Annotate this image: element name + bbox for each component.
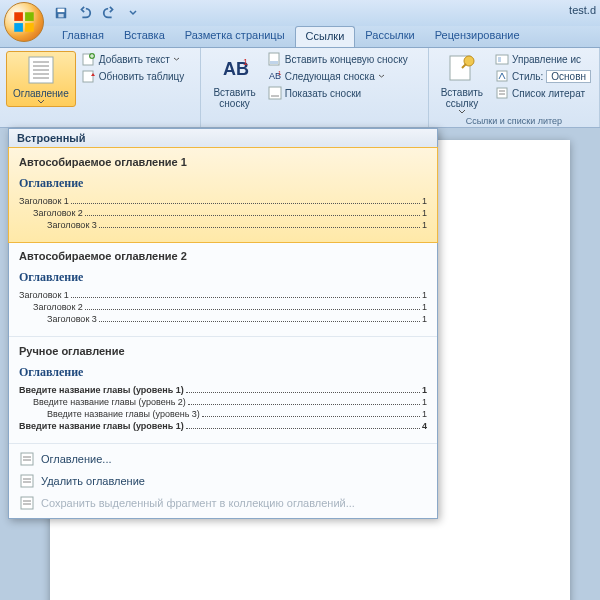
toc-gallery-item[interactable]: Автособираемое оглавление 2ОглавлениеЗаг… (9, 242, 437, 337)
style-label: Стиль: (512, 71, 543, 82)
next-footnote-label: Следующая сноска (285, 71, 375, 82)
toc-gallery-dropdown: Встроенный Автособираемое оглавление 1Ог… (8, 128, 438, 519)
update-table-label: Обновить таблицу (99, 71, 185, 82)
ribbon-tabs: ГлавнаяВставкаРазметка страницыСсылкиРас… (0, 26, 600, 48)
tab-рецензирование[interactable]: Рецензирование (425, 26, 530, 47)
show-footnotes-label: Показать сноски (285, 88, 361, 99)
show-notes-icon (268, 86, 282, 100)
save-icon (54, 6, 68, 20)
insert-footnote-button[interactable]: AB1 Вставить сноску (207, 51, 261, 111)
manage-sources-icon (495, 52, 509, 66)
toc-gallery-item[interactable]: Ручное оглавлениеОглавлениеВведите назва… (9, 337, 437, 444)
toc-entry: Заголовок 21 (19, 208, 427, 218)
toc-entry: Введите название главы (уровень 3)1 (19, 409, 427, 419)
ribbon: Оглавление Добавить текст Обновить табли… (0, 48, 600, 128)
toc-entry: Заголовок 11 (19, 196, 427, 206)
toc-preview-title: Оглавление (19, 365, 427, 380)
toc-entry: Заголовок 11 (19, 290, 427, 300)
svg-text:1: 1 (278, 70, 282, 76)
svg-rect-35 (21, 475, 33, 487)
tab-вставка[interactable]: Вставка (114, 26, 175, 47)
toc-icon (25, 54, 57, 86)
toc-menu-remove[interactable]: Удалить оглавление (15, 470, 431, 492)
style-icon (495, 69, 509, 83)
insert-citation-label: Вставить ссылку (441, 87, 483, 109)
endnote-icon (268, 52, 282, 66)
toc-entry: Введите название главы (уровень 1)4 (19, 421, 427, 431)
undo-button[interactable] (76, 4, 94, 22)
toc-item-title: Автособираемое оглавление 2 (19, 250, 427, 262)
update-icon (82, 69, 96, 83)
insert-citation-button[interactable]: Вставить ссылку (435, 51, 489, 116)
svg-rect-38 (21, 497, 33, 509)
add-text-button[interactable]: Добавить текст (80, 51, 187, 67)
add-text-icon (82, 52, 96, 66)
svg-rect-29 (497, 88, 507, 98)
group-citation: Вставить ссылку Управление ис Стиль: Осн… (429, 48, 600, 127)
tab-разметка страницы[interactable]: Разметка страницы (175, 26, 295, 47)
toc-preview-title: Оглавление (19, 270, 427, 285)
chevron-down-icon (129, 9, 137, 17)
tab-рассылки[interactable]: Рассылки (355, 26, 424, 47)
toc-entry: Заголовок 31 (19, 220, 427, 230)
tab-главная[interactable]: Главная (52, 26, 114, 47)
citation-icon (446, 53, 478, 85)
office-logo-icon (11, 9, 37, 35)
style-value: Основн (546, 70, 591, 83)
toc-icon (19, 451, 35, 467)
bibliography-icon (495, 86, 509, 100)
add-text-label: Добавить текст (99, 54, 170, 65)
toc-entry: Заголовок 31 (19, 314, 427, 324)
svg-rect-15 (83, 71, 93, 82)
chevron-down-icon (37, 99, 45, 104)
group-label-citation: Ссылки и списки литер (429, 116, 599, 126)
chevron-down-icon (458, 109, 466, 114)
svg-rect-1 (25, 12, 34, 21)
svg-rect-2 (14, 23, 23, 32)
svg-text:1: 1 (243, 57, 248, 67)
toc-button[interactable]: Оглавление (6, 51, 76, 107)
svg-rect-19 (270, 61, 278, 64)
redo-icon (102, 6, 116, 20)
toc-item-title: Автособираемое оглавление 1 (19, 156, 427, 168)
manage-sources-button[interactable]: Управление ис (493, 51, 593, 67)
toc-menu: Оглавление...Удалить оглавлениеСохранить… (9, 444, 437, 518)
menu-label: Удалить оглавление (41, 475, 145, 487)
bibliography-label: Список литерат (512, 88, 585, 99)
insert-footnote-label: Вставить сноску (213, 87, 255, 109)
svg-rect-0 (14, 12, 23, 21)
save-button[interactable] (52, 4, 70, 22)
toc-item-title: Ручное оглавление (19, 345, 427, 357)
toc-button-label: Оглавление (13, 88, 69, 99)
bibliography-button[interactable]: Список литерат (493, 85, 593, 101)
insert-endnote-button[interactable]: Вставить концевую сноску (266, 51, 410, 67)
office-button[interactable] (4, 2, 44, 42)
save-icon (19, 495, 35, 511)
tab-ссылки[interactable]: Ссылки (295, 26, 356, 47)
chevron-down-icon (173, 57, 180, 61)
toc-menu-toc[interactable]: Оглавление... (15, 448, 431, 470)
group-footnote: AB1 Вставить сноску Вставить концевую сн… (201, 48, 428, 127)
chevron-down-icon (378, 74, 385, 78)
update-table-button[interactable]: Обновить таблицу (80, 68, 187, 84)
menu-label: Оглавление... (41, 453, 112, 465)
style-dropdown[interactable]: Стиль: Основн (493, 68, 593, 84)
document-title: test.d (561, 4, 596, 16)
qat-customize[interactable] (124, 4, 142, 22)
svg-rect-3 (25, 23, 34, 32)
remove-icon (19, 473, 35, 489)
redo-button[interactable] (100, 4, 118, 22)
svg-rect-22 (269, 87, 281, 99)
toc-gallery-item[interactable]: Автособираемое оглавление 1ОглавлениеЗаг… (8, 147, 438, 243)
titlebar: test.d (0, 0, 600, 26)
show-footnotes-button[interactable]: Показать сноски (266, 85, 410, 101)
next-footnote-button[interactable]: AB1 Следующая сноска (266, 68, 410, 84)
menu-label: Сохранить выделенный фрагмент в коллекци… (41, 497, 355, 509)
next-footnote-icon: AB1 (268, 69, 282, 83)
svg-rect-5 (58, 9, 65, 13)
group-toc: Оглавление Добавить текст Обновить табли… (0, 48, 201, 127)
toc-preview-title: Оглавление (19, 176, 427, 191)
toc-entry: Заголовок 21 (19, 302, 427, 312)
quick-access-toolbar (52, 4, 142, 22)
svg-rect-32 (21, 453, 33, 465)
